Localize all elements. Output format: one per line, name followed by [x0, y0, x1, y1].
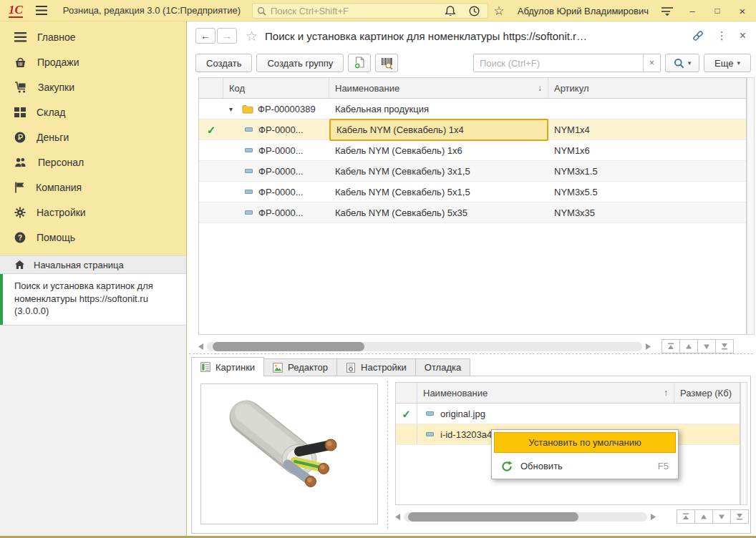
catalog-horizontal-scrollbar[interactable] [198, 339, 747, 353]
menu-item-set-default[interactable]: Установить по умолчанию [494, 432, 676, 453]
go-first-button[interactable] [662, 339, 680, 353]
list-search-input[interactable] [474, 58, 643, 69]
image-row[interactable]: ✓ original.jpg [396, 404, 740, 424]
notifications-bell-icon[interactable] [445, 5, 456, 17]
scrollbar-track[interactable] [207, 342, 642, 351]
favorite-star-icon[interactable]: ☆ [246, 29, 258, 43]
status-column-header[interactable] [396, 383, 417, 403]
search-dropdown-button[interactable]: ▾ [665, 54, 699, 72]
item-icon [245, 169, 253, 173]
go-up-button[interactable] [679, 339, 698, 353]
catalog-row-selected[interactable]: ✓ ФР-0000... Кабель NYM (Севкабель) 1x4 … [199, 119, 746, 140]
article-column-header[interactable]: Артикул [548, 78, 746, 98]
vertical-splitter[interactable] [387, 381, 388, 529]
refresh-icon [501, 461, 513, 472]
sidebar-item-zakupki[interactable]: Закупки [0, 74, 186, 99]
more-button[interactable]: Еще ▾ [704, 54, 751, 72]
item-icon [426, 411, 434, 416]
tab-settings[interactable]: Настройки [336, 358, 416, 376]
logo-1c: 1С [9, 4, 23, 18]
home-page-row[interactable]: Начальная страница [0, 255, 186, 274]
sidebar-item-pomosch[interactable]: ? Помощь [0, 225, 186, 250]
gear-icon [14, 207, 26, 218]
search-icon [674, 58, 684, 69]
status-column-header[interactable] [199, 78, 223, 98]
scroll-left-icon[interactable] [395, 514, 400, 520]
close-window-button[interactable]: × [736, 5, 749, 17]
tab-debug[interactable]: Отладка [415, 358, 470, 376]
main-menu-icon[interactable] [36, 6, 47, 15]
sidebar-item-personal[interactable]: Персонал [0, 150, 186, 175]
code-column-header[interactable]: Код [223, 78, 329, 98]
barcode-search-button[interactable] [375, 54, 398, 72]
go-last-button[interactable] [730, 509, 749, 524]
catalog-group-row[interactable]: ▾ ФР-00000389 Кабельная продукция [199, 99, 746, 119]
catalog-row[interactable]: ФР-0000... Кабель NYM (Севкабель) 5x35 N… [199, 202, 746, 223]
size-column-header[interactable]: Размер (Кб) [674, 383, 740, 403]
maximize-button[interactable]: □ [711, 6, 724, 16]
sidebar-item-dengi[interactable]: Деньги [0, 124, 186, 150]
search-icon [257, 6, 266, 16]
row-navigation-buttons [677, 509, 749, 524]
name-column-header[interactable]: Наименование ↑ [417, 383, 674, 403]
list-search-field[interactable]: × [473, 54, 661, 72]
sidebar-item-nastroyki[interactable]: Настройки [0, 200, 186, 225]
go-first-button[interactable] [677, 509, 695, 524]
go-down-button[interactable] [697, 339, 716, 353]
back-button[interactable]: ← [195, 28, 215, 44]
scroll-left-icon[interactable] [198, 343, 203, 350]
favorites-star-icon[interactable]: ☆ [493, 4, 505, 19]
check-icon: ✓ [207, 124, 216, 135]
form-header: ← → ☆ Поиск и установка картинок для ном… [187, 21, 756, 50]
catalog-row[interactable]: ФР-0000... Кабель NYM (Севкабель) 5x1,5 … [199, 182, 746, 202]
clear-search-button[interactable]: × [643, 54, 660, 72]
scrollbar-thumb[interactable] [408, 512, 578, 522]
catalog-row[interactable]: ФР-0000... Кабель NYM (Севкабель) 1x6 NY… [199, 140, 746, 161]
more-menu-dots-icon[interactable]: ⋮ [717, 29, 727, 42]
current-user[interactable]: Абдулов Юрий Владимирович [518, 6, 649, 16]
scrollbar-thumb[interactable] [213, 342, 364, 351]
forward-button[interactable]: → [217, 28, 237, 44]
warehouse-grid-icon [14, 107, 26, 117]
name-column-header[interactable]: Наименование ↓ [329, 78, 548, 98]
image-tab-icon [273, 363, 283, 373]
catalog-table-header: Код Наименование ↓ Артикул [199, 78, 746, 99]
selected-name-cell[interactable]: Кабель NYM (Севкабель) 1x4 [329, 119, 548, 141]
open-window-item[interactable]: Поиск и установка картинок для номенклат… [0, 274, 186, 325]
create-group-button[interactable]: Создать группу [256, 54, 344, 72]
item-icon [245, 127, 253, 132]
add-file-button[interactable] [348, 54, 371, 72]
scroll-right-icon[interactable] [651, 514, 656, 520]
go-down-button[interactable] [712, 509, 731, 524]
catalog-vertical-scrollbar[interactable] [747, 77, 755, 335]
sidebar-item-glavnoe[interactable]: Главное [0, 24, 186, 49]
go-last-button[interactable] [715, 339, 734, 353]
cable-image [207, 391, 372, 517]
sidebar-item-kompaniya[interactable]: Компания [0, 175, 186, 200]
sidebar-item-sklad[interactable]: Склад [0, 99, 186, 124]
images-horizontal-scrollbar[interactable] [395, 509, 662, 524]
link-icon[interactable] [692, 29, 704, 42]
history-icon[interactable] [468, 5, 480, 17]
sidebar-item-prodazhi[interactable]: Продажи [0, 49, 186, 74]
images-vertical-scrollbar[interactable] [740, 382, 747, 505]
go-up-button[interactable] [694, 509, 713, 524]
catalog-row[interactable]: ФР-0000... Кабель NYM (Севкабель) 3x1,5 … [199, 161, 746, 182]
item-icon [245, 190, 253, 194]
tab-editor[interactable]: Редактор [263, 358, 337, 376]
panel-splitter[interactable] [189, 353, 753, 354]
menu-icon [14, 32, 26, 42]
ruble-coin-icon [14, 132, 26, 143]
create-button[interactable]: Создать [195, 54, 252, 72]
barcode-icon [381, 57, 393, 69]
service-menu-icon[interactable] [661, 6, 674, 16]
basket-icon [14, 57, 26, 68]
scrollbar-track[interactable] [404, 512, 647, 522]
tab-pictures[interactable]: Картинки [191, 357, 264, 376]
menu-item-refresh[interactable]: Обновить F5 [494, 456, 676, 476]
collapse-caret-icon[interactable]: ▾ [229, 105, 238, 113]
settings-tab-icon [346, 363, 356, 373]
minimize-button[interactable]: – [686, 6, 699, 16]
scroll-right-icon[interactable] [646, 343, 651, 350]
close-form-button[interactable]: × [740, 29, 746, 42]
